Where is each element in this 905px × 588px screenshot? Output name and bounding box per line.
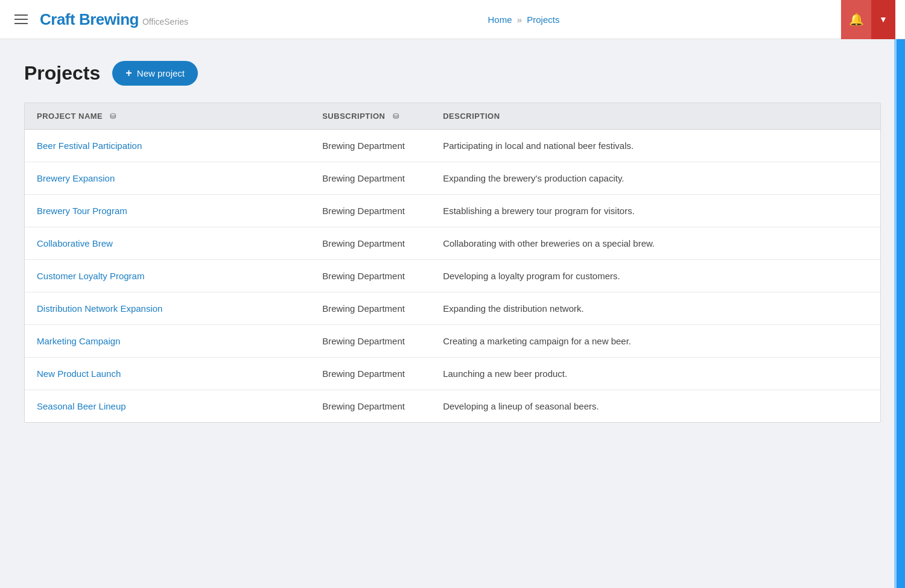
- description-cell: Expanding the brewery's production capac…: [431, 162, 880, 195]
- subscription-cell: Brewing Department: [310, 260, 431, 292]
- description-cell: Creating a marketing campaign for a new …: [431, 325, 880, 358]
- right-sidebar-bar: [897, 0, 905, 588]
- plus-icon: +: [125, 67, 132, 80]
- project-name-link[interactable]: Customer Loyalty Program: [37, 271, 144, 281]
- subscription-cell: Brewing Department: [310, 390, 431, 423]
- project-name-link[interactable]: Distribution Network Expansion: [37, 303, 162, 314]
- project-name-cell: Customer Loyalty Program: [25, 260, 310, 292]
- description-cell: Establishing a brewery tour program for …: [431, 195, 880, 227]
- subscription-cell: Brewing Department: [310, 130, 431, 162]
- subscription-cell: Brewing Department: [310, 227, 431, 260]
- brand-name: Craft Brewing: [40, 10, 139, 29]
- breadcrumb-home[interactable]: Home: [488, 14, 512, 25]
- subscription-filter-icon[interactable]: ⛁: [393, 112, 399, 121]
- col-description: DESCRIPTION: [431, 103, 880, 130]
- description-cell: Expanding the distribution network.: [431, 292, 880, 325]
- project-name-link[interactable]: Brewery Expansion: [37, 173, 115, 183]
- subscription-cell: Brewing Department: [310, 325, 431, 358]
- project-name-cell: Brewery Expansion: [25, 162, 310, 195]
- breadcrumb-separator: »: [517, 14, 522, 25]
- table-body: Beer Festival ParticipationBrewing Depar…: [25, 130, 880, 423]
- project-name-cell: Marketing Campaign: [25, 325, 310, 358]
- projects-table-container: PROJECT NAME ⛁ SUBSCRIPTION ⛁ DESCRIPTIO…: [24, 103, 881, 423]
- table-header: PROJECT NAME ⛁ SUBSCRIPTION ⛁ DESCRIPTIO…: [25, 103, 880, 130]
- subscription-cell: Brewing Department: [310, 195, 431, 227]
- description-cell: Developing a lineup of seasonal beers.: [431, 390, 880, 423]
- col-subscription-label: SUBSCRIPTION: [322, 112, 385, 121]
- col-project-name: PROJECT NAME ⛁: [25, 103, 310, 130]
- project-name-link[interactable]: New Product Launch: [37, 368, 121, 379]
- new-project-button[interactable]: + New project: [112, 61, 198, 86]
- project-name-cell: Distribution Network Expansion: [25, 292, 310, 325]
- project-name-link[interactable]: Seasonal Beer Lineup: [37, 401, 126, 411]
- bell-icon: 🔔: [849, 12, 864, 27]
- col-project-name-label: PROJECT NAME: [37, 112, 103, 121]
- description-cell: Collaborating with other breweries on a …: [431, 227, 880, 260]
- table-row: Customer Loyalty ProgramBrewing Departme…: [25, 260, 880, 292]
- project-name-cell: New Product Launch: [25, 358, 310, 390]
- col-subscription: SUBSCRIPTION ⛁: [310, 103, 431, 130]
- new-project-label: New project: [137, 68, 185, 78]
- hamburger-line-3: [14, 23, 28, 24]
- description-cell: Participating in local and national beer…: [431, 130, 880, 162]
- subscription-cell: Brewing Department: [310, 358, 431, 390]
- main-content: Projects + New project PROJECT NAME ⛁ SU…: [0, 39, 905, 447]
- user-dropdown-button[interactable]: ▼: [871, 0, 895, 39]
- brand-sub: OfficeSeries: [142, 17, 188, 27]
- description-cell: Developing a loyalty program for custome…: [431, 260, 880, 292]
- page-header: Projects + New project: [24, 61, 881, 86]
- project-name-cell: Seasonal Beer Lineup: [25, 390, 310, 423]
- project-name-link[interactable]: Collaborative Brew: [37, 238, 113, 248]
- breadcrumb: Home » Projects: [206, 14, 841, 25]
- breadcrumb-current[interactable]: Projects: [527, 14, 559, 25]
- brand: Craft Brewing OfficeSeries: [40, 10, 188, 29]
- header-actions: 🔔 ▼: [841, 0, 895, 39]
- table-row: Brewery ExpansionBrewing DepartmentExpan…: [25, 162, 880, 195]
- project-name-filter-icon[interactable]: ⛁: [110, 112, 116, 121]
- project-name-link[interactable]: Beer Festival Participation: [37, 141, 142, 151]
- hamburger-line-1: [14, 14, 28, 16]
- right-sidebar-accent: [894, 0, 897, 588]
- project-name-link[interactable]: Marketing Campaign: [37, 336, 120, 346]
- project-name-cell: Beer Festival Participation: [25, 130, 310, 162]
- project-name-cell: Brewery Tour Program: [25, 195, 310, 227]
- hamburger-button[interactable]: [10, 10, 33, 29]
- project-name-link[interactable]: Brewery Tour Program: [37, 206, 127, 216]
- notification-button[interactable]: 🔔: [841, 0, 871, 39]
- subscription-cell: Brewing Department: [310, 292, 431, 325]
- table-row: Beer Festival ParticipationBrewing Depar…: [25, 130, 880, 162]
- chevron-down-icon: ▼: [879, 14, 888, 24]
- page-title: Projects: [24, 62, 100, 84]
- table-header-row: PROJECT NAME ⛁ SUBSCRIPTION ⛁ DESCRIPTIO…: [25, 103, 880, 130]
- table-row: Brewery Tour ProgramBrewing DepartmentEs…: [25, 195, 880, 227]
- project-name-cell: Collaborative Brew: [25, 227, 310, 260]
- hamburger-line-2: [14, 19, 28, 20]
- app-header: Craft Brewing OfficeSeries Home » Projec…: [0, 0, 905, 39]
- description-cell: Launching a new beer product.: [431, 358, 880, 390]
- table-row: Distribution Network ExpansionBrewing De…: [25, 292, 880, 325]
- projects-table: PROJECT NAME ⛁ SUBSCRIPTION ⛁ DESCRIPTIO…: [25, 103, 880, 422]
- table-row: Collaborative BrewBrewing DepartmentColl…: [25, 227, 880, 260]
- table-row: Seasonal Beer LineupBrewing DepartmentDe…: [25, 390, 880, 423]
- table-row: Marketing CampaignBrewing DepartmentCrea…: [25, 325, 880, 358]
- table-row: New Product LaunchBrewing DepartmentLaun…: [25, 358, 880, 390]
- subscription-cell: Brewing Department: [310, 162, 431, 195]
- col-description-label: DESCRIPTION: [443, 112, 500, 121]
